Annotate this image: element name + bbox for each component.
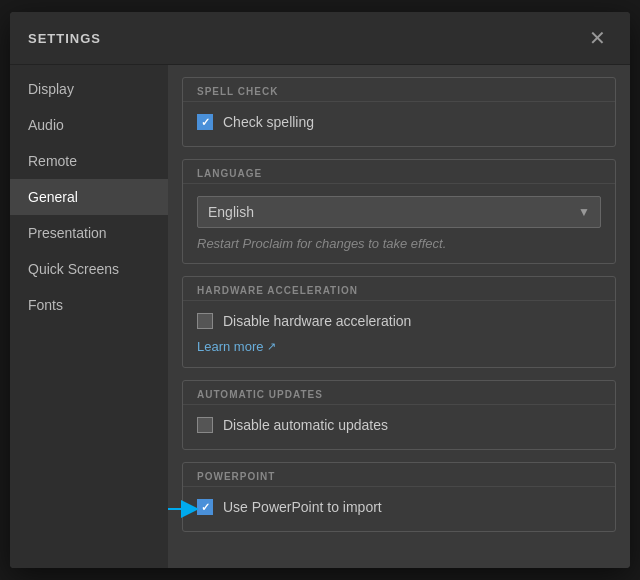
dialog-header: SETTINGS ✕ <box>10 12 630 65</box>
dialog-title: SETTINGS <box>28 31 101 46</box>
sidebar-item-remote[interactable]: Remote <box>10 143 168 179</box>
disable-updates-label[interactable]: Disable automatic updates <box>223 417 388 433</box>
powerpoint-body: Use PowerPoint to import <box>183 487 615 531</box>
learn-more-text: Learn more <box>197 339 263 354</box>
hardware-acceleration-body: Disable hardware acceleration Learn more… <box>183 301 615 367</box>
powerpoint-section: POWERPOINT Use PowerPoint to import <box>182 462 616 532</box>
language-header: LANGUAGE <box>183 160 615 184</box>
arrow-indicator <box>168 500 199 518</box>
main-content: SPELL CHECK Check spelling LANGUAGE Engl… <box>168 65 630 568</box>
disable-hw-checkbox[interactable] <box>197 313 213 329</box>
sidebar-item-quick-screens[interactable]: Quick Screens <box>10 251 168 287</box>
hardware-acceleration-header: HARDWARE ACCELERATION <box>183 277 615 301</box>
learn-more-link[interactable]: Learn more ↗ <box>197 339 276 354</box>
use-ppt-label[interactable]: Use PowerPoint to import <box>223 499 382 515</box>
settings-dialog: SETTINGS ✕ Display Audio Remote General … <box>10 12 630 568</box>
automatic-updates-header: AUTOMATIC UPDATES <box>183 381 615 405</box>
disable-hw-label[interactable]: Disable hardware acceleration <box>223 313 411 329</box>
check-spelling-checkbox[interactable] <box>197 114 213 130</box>
use-ppt-checkbox[interactable] <box>197 499 213 515</box>
sidebar-item-general[interactable]: General <box>10 179 168 215</box>
language-dropdown[interactable]: English ▼ <box>197 196 601 228</box>
sidebar-item-display[interactable]: Display <box>10 71 168 107</box>
disable-updates-checkbox[interactable] <box>197 417 213 433</box>
check-spelling-row: Check spelling <box>197 114 601 130</box>
spell-check-section: SPELL CHECK Check spelling <box>182 77 616 147</box>
dropdown-arrow-icon: ▼ <box>578 205 590 219</box>
language-value: English <box>208 204 254 220</box>
external-link-icon: ↗ <box>267 340 276 353</box>
blue-arrow-icon <box>181 500 199 518</box>
dialog-body: Display Audio Remote General Presentatio… <box>10 65 630 568</box>
use-ppt-checkbox-row: Use PowerPoint to import <box>197 499 382 515</box>
powerpoint-header: POWERPOINT <box>183 463 615 487</box>
disable-updates-row: Disable automatic updates <box>197 417 601 433</box>
disable-hw-row: Disable hardware acceleration <box>197 313 601 329</box>
language-body: English ▼ Restart Proclaim for changes t… <box>183 184 615 263</box>
spell-check-body: Check spelling <box>183 102 615 146</box>
check-spelling-label[interactable]: Check spelling <box>223 114 314 130</box>
use-ppt-row: Use PowerPoint to import <box>197 499 601 519</box>
spell-check-header: SPELL CHECK <box>183 78 615 102</box>
sidebar-item-presentation[interactable]: Presentation <box>10 215 168 251</box>
restart-note: Restart Proclaim for changes to take eff… <box>197 236 601 251</box>
sidebar-item-fonts[interactable]: Fonts <box>10 287 168 323</box>
sidebar-item-audio[interactable]: Audio <box>10 107 168 143</box>
close-button[interactable]: ✕ <box>583 26 612 50</box>
automatic-updates-section: AUTOMATIC UPDATES Disable automatic upda… <box>182 380 616 450</box>
hardware-acceleration-section: HARDWARE ACCELERATION Disable hardware a… <box>182 276 616 368</box>
sidebar: Display Audio Remote General Presentatio… <box>10 65 168 568</box>
automatic-updates-body: Disable automatic updates <box>183 405 615 449</box>
language-section: LANGUAGE English ▼ Restart Proclaim for … <box>182 159 616 264</box>
